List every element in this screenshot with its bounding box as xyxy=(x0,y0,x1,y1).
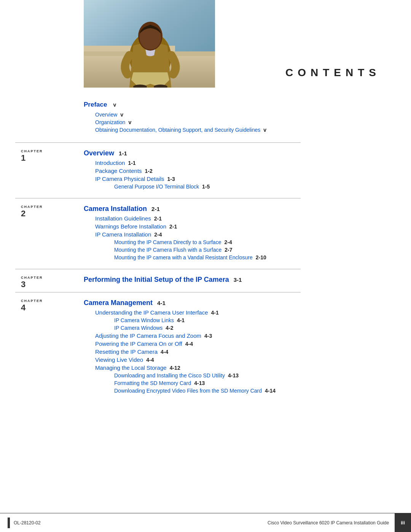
chapter-3-number: 3 xyxy=(21,280,43,289)
preface-page: v xyxy=(113,102,116,108)
toc-entry-window-links[interactable]: IP Camera Window Links 4-1 xyxy=(84,317,381,323)
chapter-4-label-area: CHAPTER 4 xyxy=(21,299,43,313)
chapter-4-page: 4-1 xyxy=(157,300,166,306)
toc-entry-package-contents[interactable]: Package Contents 1-2 xyxy=(84,168,381,174)
toc-entry-ip-windows[interactable]: IP Camera Windows 4-2 xyxy=(84,325,381,331)
footer-bar xyxy=(8,518,10,528)
chapter-4-number: 4 xyxy=(21,303,43,313)
chapter-2-number: 2 xyxy=(21,209,43,219)
toc-entry-ip-camera-installation[interactable]: IP Camera Installation 2-4 xyxy=(84,231,381,238)
content-area: Preface v Overview v Organization v Obta… xyxy=(84,101,388,402)
chapter-1-section: CHAPTER 1 Overview 1-1 Introduction 1-1 … xyxy=(84,142,381,190)
chapter-3-page: 3-1 xyxy=(234,276,242,283)
chapter-3-title[interactable]: Performing the Initial Setup of the IP C… xyxy=(84,276,229,284)
chapter-4-section: CHAPTER 4 Camera Management 4-1 Understa… xyxy=(84,292,381,394)
chapter-3-label-area: CHAPTER 3 xyxy=(21,276,43,289)
toc-entry-mount-flush[interactable]: Mounting the IP Camera Flush with a Surf… xyxy=(84,247,381,253)
chapter-1-label-area: CHAPTER 1 xyxy=(21,149,43,163)
chapter-2-label: CHAPTER xyxy=(21,205,43,209)
toc-entry-ip-camera-physical[interactable]: IP Camera Physical Details 1-3 xyxy=(84,176,381,182)
toc-entry-viewing-live[interactable]: Viewing Live Video 4-4 xyxy=(84,356,381,363)
footer-left: OL-28120-02 xyxy=(8,518,41,528)
preface-title[interactable]: Preface xyxy=(84,101,107,109)
toc-entry-local-storage[interactable]: Managing the Local Storage 4-12 xyxy=(84,364,381,371)
toc-entry-format-sd[interactable]: Formatting the SD Memory Card 4-13 xyxy=(84,380,381,386)
chapter-2-label-area: CHAPTER 2 xyxy=(21,205,43,219)
toc-entry-overview[interactable]: Overview v xyxy=(84,112,381,118)
chapter-2-section: CHAPTER 2 Camera Installation 2-1 Instal… xyxy=(84,198,381,260)
footer-page-number: iii xyxy=(395,513,411,532)
toc-entry-reset-camera[interactable]: Resetting the IP Camera 4-4 xyxy=(84,348,381,355)
footer-right: Cisco Video Surveillance 6020 IP Camera … xyxy=(268,513,411,532)
toc-entry-power-on-off[interactable]: Powering the IP Camera On or Off 4-4 xyxy=(84,340,381,347)
chapter-1-title[interactable]: Overview xyxy=(84,149,114,157)
toc-entry-download-encrypted[interactable]: Downloading Encrypted Video Files from t… xyxy=(84,388,381,394)
toc-entry-introduction[interactable]: Introduction 1-1 xyxy=(84,160,381,166)
toc-entry-warnings-before-install[interactable]: Warnings Before Installation 2-1 xyxy=(84,223,381,230)
chapter-4-label: CHAPTER xyxy=(21,299,43,303)
chapter-3-label: CHAPTER xyxy=(21,276,43,280)
preface-section: Preface v Overview v Organization v Obta… xyxy=(84,101,381,133)
chapter-1-number: 1 xyxy=(21,153,43,163)
toc-entry-obtaining-docs[interactable]: Obtaining Documentation, Obtaining Suppo… xyxy=(84,127,381,133)
chapter-2-page: 2-1 xyxy=(151,206,160,212)
header-image xyxy=(84,0,215,88)
toc-entry-organization[interactable]: Organization v xyxy=(84,119,381,125)
toc-entry-download-install-sd[interactable]: Downloading and Installing the Cisco SD … xyxy=(84,372,381,379)
toc-entry-adjust-focus-zoom[interactable]: Adjusting the IP Camera Focus and Zoom 4… xyxy=(84,332,381,339)
footer: OL-28120-02 Cisco Video Surveillance 602… xyxy=(0,513,411,532)
contents-title: CONTENTS xyxy=(285,67,381,79)
toc-entry-mount-vandal[interactable]: Mounting the IP camera with a Vandal Res… xyxy=(84,254,381,260)
page-wrapper: CONTENTS Preface v Overview v Organizati… xyxy=(0,0,411,532)
chapter-2-title[interactable]: Camera Installation xyxy=(84,205,147,213)
footer-doc-id: OL-28120-02 xyxy=(14,520,41,526)
toc-entry-installation-guidelines[interactable]: Installation Guidelines 2-1 xyxy=(84,215,381,222)
chapter-1-page: 1-1 xyxy=(119,150,127,157)
chapter-1-label: CHAPTER xyxy=(21,149,43,153)
toc-entry-mount-direct[interactable]: Mounting the IP Camera Directly to a Sur… xyxy=(84,239,381,245)
toc-entry-gpio-terminal[interactable]: General Purpose I/O Terminal Block 1-5 xyxy=(84,184,381,190)
toc-entry-understand-ui[interactable]: Understanding the IP Camera User Interfa… xyxy=(84,309,381,316)
chapter-3-section: CHAPTER 3 Performing the Initial Setup o… xyxy=(84,269,381,284)
footer-guide-title: Cisco Video Surveillance 6020 IP Camera … xyxy=(268,520,389,526)
chapter-4-title[interactable]: Camera Management xyxy=(84,299,153,307)
